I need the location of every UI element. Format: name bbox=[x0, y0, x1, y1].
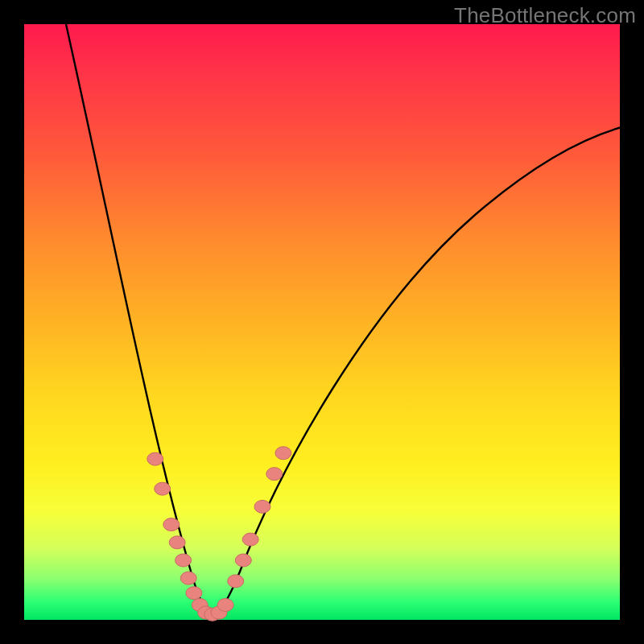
data-marker bbox=[217, 599, 233, 612]
data-marker bbox=[155, 482, 171, 495]
data-marker bbox=[175, 554, 192, 567]
data-marker bbox=[242, 533, 258, 546]
data-marker bbox=[235, 554, 251, 567]
data-marker bbox=[254, 500, 270, 513]
plot-area bbox=[24, 24, 620, 620]
data-marker bbox=[147, 452, 163, 465]
marker-group bbox=[147, 447, 291, 621]
data-marker bbox=[169, 536, 185, 549]
data-marker bbox=[163, 518, 180, 531]
data-marker bbox=[266, 468, 283, 481]
data-marker bbox=[180, 572, 196, 584]
data-marker bbox=[275, 447, 291, 460]
chart-svg bbox=[24, 24, 620, 620]
bottleneck-curve bbox=[66, 24, 621, 614]
data-marker bbox=[228, 575, 244, 588]
outer-frame: TheBottleneck.com bbox=[0, 0, 644, 644]
data-marker bbox=[186, 587, 202, 600]
